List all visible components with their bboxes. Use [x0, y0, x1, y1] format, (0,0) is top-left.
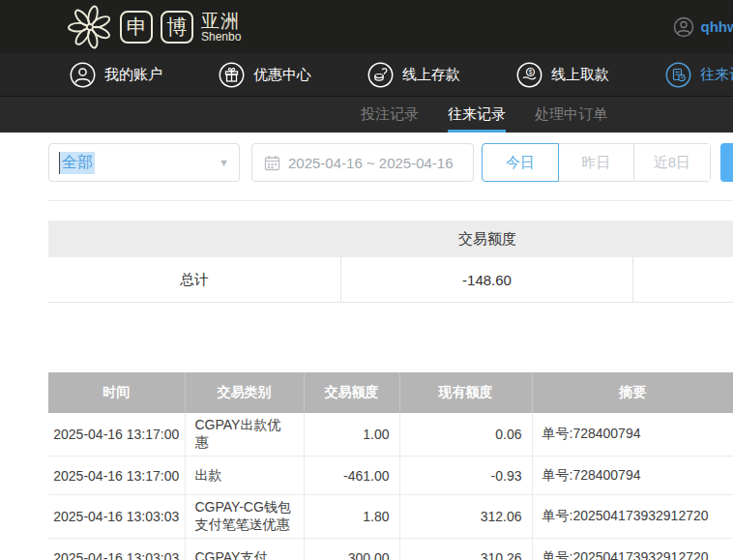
section-divider — [48, 200, 733, 201]
table-row: 2025-04-16 13:17:00 CGPAY出款优惠 1.00 0.06 … — [48, 413, 733, 457]
withdraw-icon: $ — [516, 62, 542, 88]
cell-balance: 310.26 — [399, 539, 532, 560]
cell-type: CGPAY-CG钱包支付笔笔送优惠 — [185, 495, 304, 539]
username[interactable]: qhhwv — [701, 18, 733, 35]
filter-row: 全部 ▼ 2025-04-16 ~ 2025-04-16 昨日 近8日 今日 — [0, 143, 733, 182]
table-header-row: 时间 交易类别 交易额度 现有额度 摘要 — [48, 372, 733, 413]
quick-date-buttons: 昨日 近8日 今日 — [482, 143, 711, 182]
cell-type: 出款 — [185, 457, 304, 495]
sub-nav: 投注记录 往来记录 处理中订单 — [0, 97, 733, 133]
user-area[interactable]: qhhwv — [673, 0, 733, 53]
nav-item-online-withdrawal[interactable]: $ 线上取款 — [516, 62, 609, 88]
brand-logo[interactable]: 申 博 亚洲 Shenbo — [68, 5, 241, 49]
summary-total-row: 总计 -148.60 — [48, 257, 733, 303]
col-header-memo: 摘要 — [532, 372, 733, 413]
account-icon — [70, 62, 96, 88]
nav-item-online-deposit[interactable]: 线上存款 — [367, 62, 460, 88]
cell-amount: 1.00 — [304, 413, 399, 457]
summary-total-value: -148.60 — [341, 257, 633, 302]
date-range-value: 2025-04-16 ~ 2025-04-16 — [288, 155, 454, 171]
table-row: 2025-04-16 13:03:03 CGPAY支付 300.00 310.2… — [48, 539, 733, 560]
nav-item-promotions[interactable]: 优惠中心 — [219, 62, 311, 88]
tab-transaction-records[interactable]: 往来记录 — [448, 97, 506, 133]
summary-header-row: 交易额度 — [48, 221, 733, 257]
brand-char-box-2: 博 — [161, 11, 193, 44]
summary-header-label: 交易额度 — [341, 230, 633, 249]
brand-char-box-1: 申 — [120, 11, 153, 44]
cell-balance: -0.93 — [399, 457, 532, 495]
calendar-icon — [264, 155, 280, 171]
date-range-input[interactable]: 2025-04-16 ~ 2025-04-16 — [251, 143, 474, 182]
cell-memo: 单号:202504173932912720 — [532, 495, 733, 539]
cell-amount: 300.00 — [304, 539, 399, 560]
col-header-time: 时间 — [48, 372, 185, 413]
nav-label: 我的账户 — [104, 66, 162, 84]
cell-type: CGPAY支付 — [185, 539, 304, 560]
cell-amount: 1.80 — [304, 495, 399, 539]
cell-amount: -461.00 — [304, 457, 399, 495]
cell-memo: 单号:202504173932912720 — [532, 539, 733, 560]
tab-pending-orders[interactable]: 处理中订单 — [535, 97, 607, 133]
cell-time: 2025-04-16 13:17:00 — [48, 457, 185, 495]
cell-type: CGPAY出款优惠 — [185, 413, 304, 457]
records-table: 时间 交易类别 交易额度 现有额度 摘要 2025-04-16 13:17:00… — [48, 372, 733, 560]
user-circle-icon — [673, 16, 694, 38]
chevron-down-icon: ▼ — [219, 157, 229, 168]
nav-label: 优惠中心 — [253, 66, 311, 84]
cell-memo: 单号:728400794 — [532, 457, 733, 495]
nav-item-transaction-records[interactable]: 往来记录 — [665, 62, 733, 88]
col-header-type: 交易类别 — [185, 372, 304, 413]
yesterday-button[interactable]: 昨日 — [558, 144, 633, 181]
table-row: 2025-04-16 13:03:03 CGPAY-CG钱包支付笔笔送优惠 1.… — [48, 495, 733, 539]
tab-betting-records[interactable]: 投注记录 — [361, 97, 419, 133]
nav-label: 线上取款 — [551, 66, 609, 84]
cell-time: 2025-04-16 13:03:03 — [48, 539, 185, 560]
svg-text:$: $ — [529, 69, 533, 75]
summary-table: 交易额度 总计 -148.60 — [48, 221, 733, 303]
deposit-icon — [367, 62, 394, 88]
summary-total-label: 总计 — [48, 257, 341, 302]
last-8-days-button[interactable]: 近8日 — [634, 144, 710, 181]
cell-balance: 0.06 — [399, 413, 532, 457]
cell-balance: 312.06 — [399, 495, 532, 539]
type-select[interactable]: 全部 ▼ — [48, 143, 240, 182]
search-button[interactable] — [720, 143, 733, 182]
transaction-records-page: 申 博 亚洲 Shenbo qhhwv 我的账户 — [0, 0, 733, 560]
col-header-balance: 现有额度 — [399, 372, 532, 413]
today-button[interactable]: 今日 — [482, 143, 559, 182]
table-row: 2025-04-16 13:17:00 出款 -461.00 -0.93 单号:… — [48, 457, 733, 495]
cell-memo: 单号:728400794 — [532, 413, 733, 457]
nav-label: 线上存款 — [402, 66, 460, 84]
promo-icon — [219, 62, 245, 88]
nav-label: 往来记录 — [700, 66, 733, 84]
nav-item-my-account[interactable]: 我的账户 — [70, 62, 162, 88]
top-header: 申 博 亚洲 Shenbo qhhwv — [0, 0, 733, 53]
records-icon — [665, 62, 691, 88]
main-nav: 我的账户 优惠中心 线上存款 $ — [0, 53, 733, 96]
brand-subtitle: Shenbo — [201, 31, 241, 44]
col-header-amount: 交易额度 — [304, 372, 399, 413]
type-select-value: 全部 — [59, 152, 95, 174]
brand-region: 亚洲 — [201, 12, 241, 31]
cell-time: 2025-04-16 13:03:03 — [48, 495, 185, 539]
cell-time: 2025-04-16 13:17:00 — [48, 413, 185, 457]
flower-logo-icon — [68, 5, 112, 49]
